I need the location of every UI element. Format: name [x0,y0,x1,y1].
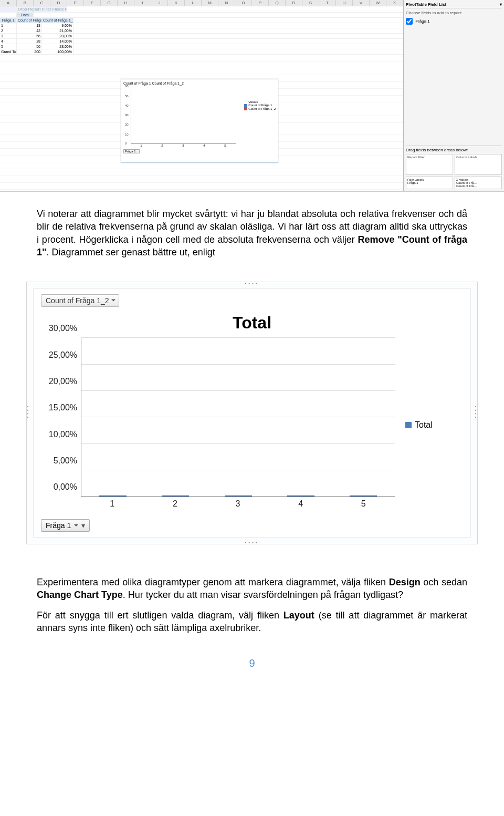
mini-chart-xlabels: 1 2 3 4 5 [131,144,236,147]
chart-xlabel: 1 [81,499,144,512]
text: För att snygga till ert slutligen valda … [37,610,284,621]
pivot-col-count[interactable]: Count of Fråga 1 [17,18,42,23]
mini-xlabel: 3 [182,144,184,147]
resize-handle-icon[interactable]: •••• [474,406,478,420]
chart-ytick: 20,00% [49,377,81,386]
col-hdr: X [386,0,403,6]
mini-xlabel: 1 [140,144,142,147]
chart-xlabel: 3 [206,499,269,512]
mini-ytick: 30 [125,113,129,117]
col-hdr: A [0,0,17,6]
col-hdr: U [336,0,353,6]
page-number: 9 [0,652,504,682]
col-hdr: P [252,0,269,6]
field-list-item[interactable]: Fråga 1 [406,17,502,25]
mini-legend-item: Count of Fråga 1_2 [244,107,276,110]
chart-field-button[interactable]: Count of Fråga 1_2 [41,294,119,307]
chevron-down-icon [74,524,78,529]
chart-ytick: 30,00% [49,324,81,333]
pivot-count: 56 [17,34,42,38]
resize-handle-icon[interactable]: •••• [245,281,259,286]
drop-filter-hint: Drop Report Filter Fields Here [17,6,67,12]
mini-ytick: 20 [125,123,129,126]
col-hdr: E [67,0,84,6]
chart-xlabel: 5 [332,499,395,512]
paragraph-1: Vi noterar att diagrammet blir mycket sv… [37,208,467,259]
mini-chart-axis-dropdown[interactable]: Fråga 1 [123,149,140,153]
chart-xlabels: 12345 [81,499,395,512]
col-hdr: Q [269,0,286,6]
chart-axis-field-dropdown[interactable]: Fråga 1 ▾ [41,519,90,532]
pivot-row: 3 56 28,00% [0,34,403,39]
zone-column-labels[interactable]: Column Labels [455,154,502,175]
zone-row-labels[interactable]: Row Labels Fråga 1 [406,177,453,189]
pivot-total-key: Grand Total [0,49,17,54]
col-hdr: I [134,0,151,6]
pivot-count: 18 [17,23,42,28]
mini-xlabel: 4 [203,144,205,147]
pivot-total-count: 200 [17,49,42,54]
mini-ytick: 60 [125,85,129,88]
mini-legend-item: Count of Fråga 1 [244,104,276,107]
field-list-gear-icon[interactable]: ▾ [500,2,502,7]
pivot-count: 42 [17,28,42,33]
text: . Diagrammet ser genast bättre ut, enlig… [47,247,215,257]
pivot-table: Data Fråga 1 Count of Fråga 1 Count of F… [0,13,403,55]
chart-bar [99,495,127,497]
chart-bar [350,495,377,497]
resize-handle-icon[interactable]: •••• [245,540,259,545]
zone-values[interactable]: Σ Values Count of Frå… Count of Frå… [455,177,502,189]
pivot-rowfield-header[interactable]: Fråga 1 [0,18,17,23]
chart-plot: 0,00%5,00%10,00%15,00%20,00%25,00%30,00% [81,338,395,497]
col-hdr: N [218,0,235,6]
col-hdr: G [101,0,118,6]
pivot-pct: 28,00% [42,34,74,38]
chart-ytick: 25,00% [49,350,81,360]
field-list-subtitle: Choose fields to add to report: [406,8,502,17]
mini-chart-legend: Values Count of Fråga 1 Count of Fråga 1… [244,100,276,110]
pivot-pct: 14,00% [42,39,74,44]
pivot-row: 5 56 28,00% [0,44,403,49]
pivot-row: 2 42 21,00% [0,28,403,34]
mini-ytick: 10 [125,133,129,136]
paragraph-2: Experimentera med olika diagramtyper gen… [37,576,467,602]
pivot-pct: 9,00% [42,23,74,28]
field-list-title: PivotTable Field List [406,2,446,7]
pivot-key: 4 [0,39,17,44]
field-checkbox[interactable] [406,18,413,25]
document-body-2: Experimentera med olika diagramtyper gen… [0,560,504,652]
pivot-count: 56 [17,44,42,49]
resize-handle-icon[interactable]: •••• [26,406,30,420]
col-hdr: B [17,0,34,6]
pivot-key: 2 [0,28,17,33]
big-chart-container[interactable]: •••• •••• •••• •••• Count of Fråga 1_2 T… [26,282,478,544]
mini-pivot-chart[interactable]: Count of Fråga 1 Count of Fråga 1_2 60 5… [121,79,278,163]
pivot-pct: 28,00% [42,44,74,49]
pivot-key: 5 [0,44,17,49]
chart-title: Total [34,313,470,333]
paragraph-3: För att snygga till ert slutligen valda … [37,609,467,635]
document-body: Vi noterar att diagrammet blir mycket sv… [0,192,504,276]
chart-ytick: 5,00% [54,456,81,466]
bold-text: Change Chart Type [37,590,123,600]
mini-ytick: 40 [125,104,129,107]
dropdown-label: Fråga 1 [46,521,71,530]
pivot-field-list-pane: PivotTable Field List ▾ Choose fields to… [403,0,504,191]
zone-report-filter[interactable]: Report Filter [406,154,453,175]
column-headers: A B C D E F G H I J K L M N O P Q R S T … [0,0,403,6]
zone-title: Report Filter [407,156,452,159]
pivot-col-count2[interactable]: Count of Fråga 1_2 [42,18,74,23]
zone-item[interactable]: Count of Frå… [456,184,500,188]
text: Experimentera med olika diagramtyper gen… [37,577,389,587]
legend-label: Total [415,420,433,430]
funnel-icon[interactable]: ▾ [81,521,85,530]
mini-ytick: 50 [125,95,129,98]
bold-text: Layout [284,610,314,621]
pivot-key: 1 [0,23,17,28]
report-filter-row: Drop Report Filter Fields Here [0,6,403,13]
pivot-pct: 21,00% [42,28,74,33]
chart-legend: Total [405,338,463,512]
zone-item[interactable]: Fråga 1 [407,181,452,184]
col-hdr: T [319,0,336,6]
col-hdr: L [185,0,202,6]
